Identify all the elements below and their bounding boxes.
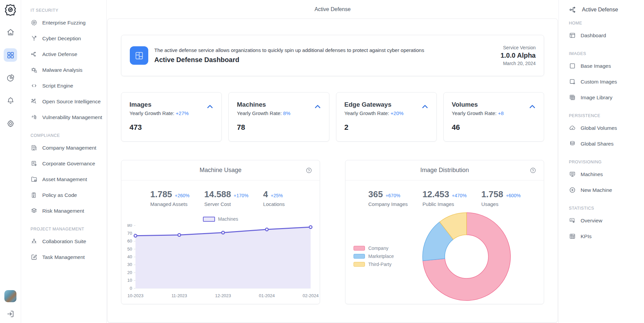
right-sidebar-header: Active Defense [569, 5, 641, 14]
stat-card-edge-gateways: Edge GatewaysYearly Growth Rate: +20%2 [336, 92, 437, 142]
sidebar-item-task-management[interactable]: Task Management [31, 249, 103, 265]
user-avatar[interactable] [4, 290, 16, 302]
sidebar-item-label: Corporate Governance [42, 161, 95, 167]
apps-icon [6, 51, 15, 59]
image-distribution-card: Image Distribution 365+670%Company Image… [345, 160, 544, 304]
sidebar-item-policy-as-code[interactable]: Policy as Code [31, 187, 103, 203]
icon-rail [0, 0, 21, 323]
sidebar-item-label: Global Volumes [581, 125, 617, 131]
logout-icon[interactable] [6, 310, 15, 318]
sidebar-item-script-engine[interactable]: Script Engine [31, 78, 103, 94]
sidebar-item-global-volumes[interactable]: Global Volumes [569, 120, 641, 136]
stat-card-title: Machines [237, 101, 321, 108]
sidebar-item-new-machine[interactable]: New Machine [569, 182, 641, 198]
sidebar-item-label: Custom Images [581, 79, 617, 85]
stat-value: 473 [129, 123, 213, 132]
main-area: Active Defense The active defense servic… [107, 0, 558, 323]
banner-icon-badge [130, 46, 148, 65]
sidebar-item-risk-management[interactable]: Risk Management [31, 203, 103, 219]
building-icon [31, 144, 38, 151]
sidebar-item-label: Dashboard [581, 33, 606, 39]
help-icon[interactable] [306, 167, 312, 174]
section-label-statistics: STATISTICS [569, 198, 641, 213]
sidebar-item-cyber-deception[interactable]: Cyber Deception [31, 31, 103, 46]
cloud-icon [569, 124, 576, 131]
legend-label: Machines [218, 216, 238, 222]
dashboard-banner: The active defense service allows organi… [121, 35, 544, 76]
network-search-icon [31, 98, 38, 105]
square-icon [569, 62, 576, 69]
sidebar-item-enterprise-fuzzing[interactable]: Enterprise Fuzzing [31, 15, 103, 31]
section-label-home: HOME [569, 17, 641, 28]
stat-card-machines: MachinesYearly Growth Rate: 8%78 [228, 92, 329, 142]
rail-item-pie-chart[interactable] [4, 71, 17, 85]
right-sidebar: Active Defense HOMEDashboardIMAGESBase I… [558, 0, 644, 323]
sidebar-item-kpis[interactable]: KPIs [569, 228, 641, 244]
sidebar-item-base-images[interactable]: Base Images [569, 58, 641, 74]
svg-text:50: 50 [127, 247, 132, 252]
chart-stat-server-cost: 14.588+170%Server Cost [204, 189, 249, 211]
sidebar-item-vulnerability-management[interactable]: Vulnerability Management [31, 109, 103, 125]
sidebar-item-open-source-intelligence[interactable]: Open Source Intelligence [31, 94, 103, 109]
circle-plus-icon [569, 186, 576, 194]
sidebar-item-dashboard[interactable]: Dashboard [569, 28, 641, 43]
chevron-up-icon[interactable] [314, 103, 322, 111]
page-title: Active Defense [107, 0, 558, 18]
sidebar-item-corporate-governance[interactable]: Corporate Governance [31, 156, 103, 171]
svg-text:60: 60 [127, 238, 132, 244]
line-chart: 0102030405060708010-202311-202312-202301… [121, 224, 320, 305]
service-version-date: March 20, 2024 [500, 61, 536, 66]
table-icon [569, 233, 576, 240]
clipboard-icon [31, 192, 38, 199]
sidebar-item-overview[interactable]: Overview [569, 213, 641, 228]
chart-legend: Machines [121, 215, 320, 223]
team-icon [31, 238, 38, 245]
chart-stat-locations: 4+25%Locations [263, 189, 285, 211]
chevron-up-icon[interactable] [421, 103, 429, 111]
split-icon [31, 35, 38, 42]
sidebar-item-label: Asset Management [42, 176, 87, 182]
section-label-persistence: PERSISTENCE [569, 105, 641, 120]
sidebar-item-global-shares[interactable]: Global Shares [569, 136, 641, 152]
bug-search-icon [31, 66, 38, 73]
sidebar-item-malware-analysis[interactable]: Malware Analysis [31, 62, 103, 78]
stat-card-volumes: VolumesYearly Growth Rate: +846 [443, 92, 544, 142]
stat-card-images: ImagesYearly Growth Rate: +27%473 [121, 92, 222, 142]
sidebar-item-label: Active Defense [42, 51, 77, 57]
flow-icon [31, 51, 38, 58]
chevron-up-icon[interactable] [528, 103, 536, 111]
legend-item-company: Company [354, 246, 394, 251]
content-panel: The active defense service allows organi… [107, 18, 558, 323]
sidebar-item-label: Malware Analysis [42, 67, 83, 73]
sidebar-item-active-defense[interactable]: Active Defense [31, 46, 103, 62]
bell-icon [6, 97, 15, 105]
rail-item-apps[interactable] [4, 48, 17, 62]
banner-description: The active defense service allows organi… [154, 47, 494, 53]
left-sidebar: IT SECURITYEnterprise FuzzingCyber Decep… [21, 0, 107, 323]
section-label-images: IMAGES [569, 43, 641, 58]
chart-stat-company-images: 365+670%Company Images [368, 189, 408, 211]
layers-icon [31, 207, 38, 214]
help-icon[interactable] [530, 167, 536, 174]
sidebar-item-collaboration-suite[interactable]: Collaboration Suite [31, 233, 103, 249]
sidebar-item-asset-management[interactable]: Asset Management [31, 171, 103, 187]
banner-title: Active Defense Dashboard [154, 56, 494, 64]
section-label-it-security: IT SECURITY [31, 5, 103, 15]
rail-item-gear[interactable] [4, 117, 17, 130]
stat-growth: Yearly Growth Rate: +20% [344, 110, 428, 116]
chart-title: Machine Usage [200, 167, 241, 174]
svg-text:70: 70 [127, 231, 132, 236]
sidebar-item-label: New Machine [581, 187, 612, 193]
sidebar-item-company-management[interactable]: Company Management [31, 140, 103, 156]
stat-card-title: Volumes [452, 101, 536, 108]
sidebar-item-label: Cyber Deception [42, 36, 81, 42]
svg-text:40: 40 [127, 254, 132, 259]
rail-item-home[interactable] [4, 25, 17, 39]
charts-row: Machine Usage 1.785+260%Managed Assets14… [121, 160, 544, 304]
server-icon [569, 171, 576, 178]
rail-item-bell[interactable] [4, 94, 17, 107]
sidebar-item-machines[interactable]: Machines [569, 166, 641, 182]
chevron-up-icon[interactable] [206, 103, 214, 111]
sidebar-item-custom-images[interactable]: Custom Images [569, 74, 641, 90]
sidebar-item-image-library[interactable]: Image Library [569, 90, 641, 105]
